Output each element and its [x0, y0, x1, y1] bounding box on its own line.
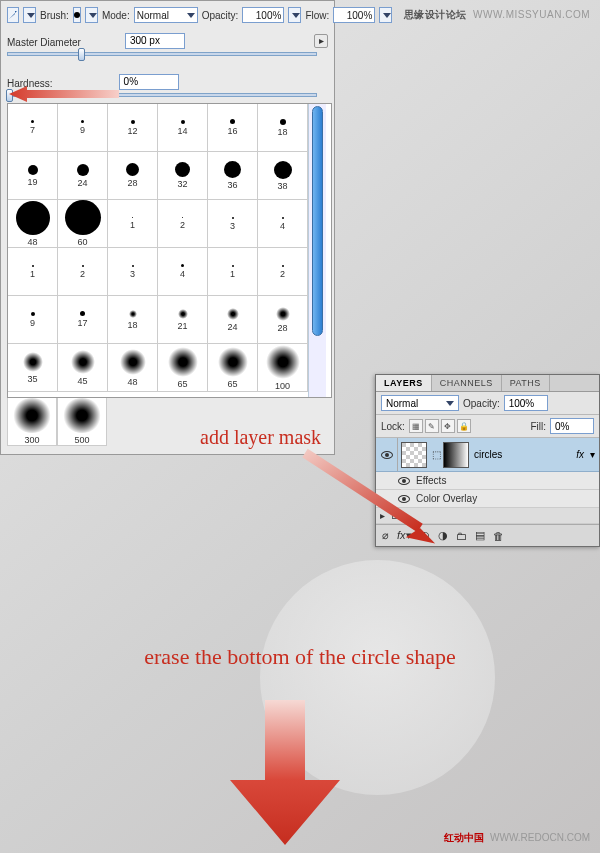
brush-dropdown[interactable]	[85, 7, 98, 23]
brush-thumb-icon[interactable]	[73, 7, 81, 23]
brush-preset-cell[interactable]: 21	[158, 296, 208, 344]
lock-all-icon[interactable]: 🔒	[457, 419, 471, 433]
lock-transparency-icon[interactable]: ▦	[409, 419, 423, 433]
brush-grid-scrollbar[interactable]	[308, 104, 326, 397]
tool-preset-dropdown[interactable]	[23, 7, 36, 23]
lock-pixels-icon[interactable]: ✎	[425, 419, 439, 433]
lock-position-icon[interactable]: ✥	[441, 419, 455, 433]
brush-preset-cell[interactable]: 2	[58, 248, 108, 296]
brush-preset-cell[interactable]: 7	[8, 104, 58, 152]
brush-preset-cell[interactable]: 1	[108, 200, 158, 248]
hard-brush-icon	[132, 265, 134, 267]
diameter-slider-thumb[interactable]	[78, 48, 85, 61]
tab-paths[interactable]: PATHS	[502, 375, 550, 391]
preset-flyout-icon[interactable]: ▸	[314, 34, 328, 48]
brush-preset-cell[interactable]: 24	[208, 296, 258, 344]
brush-preset-cell[interactable]: 32	[158, 152, 208, 200]
flow-label: Flow:	[305, 10, 329, 21]
annotation-arrow-mask	[300, 448, 450, 548]
brush-preset-cell[interactable]: 3	[208, 200, 258, 248]
watermark-top: 思缘设计论坛 WWW.MISSYUAN.COM	[404, 8, 590, 22]
watermark-bottom-cn: 红动中国	[444, 832, 484, 843]
new-group-icon[interactable]: 🗀	[456, 530, 467, 542]
brush-preset-cell[interactable]: 19	[8, 152, 58, 200]
brush-preset-cell[interactable]: 9	[58, 104, 108, 152]
tool-preset-icon[interactable]	[7, 7, 19, 23]
brush-size-label: 4	[280, 221, 285, 231]
brush-size-label: 17	[77, 318, 87, 328]
brush-preset-cell[interactable]: 300	[7, 398, 57, 446]
brush-size-label: 1	[230, 269, 235, 279]
diameter-slider[interactable]	[7, 52, 317, 56]
brush-preset-cell[interactable]: 3	[108, 248, 158, 296]
brush-size-label: 16	[227, 126, 237, 136]
brush-preset-cell[interactable]: 38	[258, 152, 308, 200]
master-diameter-label: Master Diameter	[7, 37, 81, 48]
lock-buttons: ▦ ✎ ✥ 🔒	[409, 419, 471, 433]
brush-preset-cell[interactable]: 4	[158, 248, 208, 296]
flow-flyout[interactable]	[379, 7, 392, 23]
watermark-top-cn: 思缘设计论坛	[404, 9, 467, 20]
tab-layers[interactable]: LAYERS	[376, 375, 432, 391]
brush-size-label: 21	[177, 321, 187, 331]
hardness-field[interactable]: 0%	[119, 74, 179, 90]
brush-size-label: 1	[130, 220, 135, 230]
hard-brush-icon	[175, 162, 190, 177]
flow-field[interactable]: 100%	[333, 7, 375, 23]
brush-preset-cell[interactable]: 24	[58, 152, 108, 200]
brush-preset-cell[interactable]: 1	[8, 248, 58, 296]
fill-field[interactable]: 0%	[550, 418, 594, 434]
brush-preset-cell[interactable]: 28	[258, 296, 308, 344]
brush-preset-cell[interactable]: 12	[108, 104, 158, 152]
svg-marker-2	[230, 700, 340, 845]
brush-preset-cell[interactable]: 35	[8, 344, 58, 392]
brush-preset-cell[interactable]: 2	[258, 248, 308, 296]
layer-opacity-field[interactable]: 100%	[504, 395, 548, 411]
layer-name[interactable]: circles	[474, 449, 502, 460]
brush-preset-cell[interactable]: 28	[108, 152, 158, 200]
hard-brush-icon	[181, 264, 184, 267]
brush-preset-cell[interactable]: 14	[158, 104, 208, 152]
watermark-bottom: 红动中国 WWW.REDOCN.COM	[444, 831, 590, 845]
brush-size-label: 4	[180, 269, 185, 279]
brush-preset-cell[interactable]: 45	[58, 344, 108, 392]
brush-preset-cell[interactable]: 1	[208, 248, 258, 296]
opacity-value: 100%	[256, 10, 282, 21]
fx-expand-icon[interactable]: ▾	[590, 449, 595, 460]
new-layer-icon[interactable]: ▤	[475, 529, 485, 542]
mode-dropdown[interactable]: Normal	[134, 7, 198, 23]
brush-preset-cell[interactable]: 4	[258, 200, 308, 248]
brush-preset-cell[interactable]: 9	[8, 296, 58, 344]
fx-badge[interactable]: fx	[576, 449, 584, 460]
trash-icon[interactable]: 🗑	[493, 530, 504, 542]
brush-preset-cell[interactable]: 48	[108, 344, 158, 392]
brush-preset-cell[interactable]: 500	[57, 398, 107, 446]
brush-size-label: 3	[130, 269, 135, 279]
brush-preset-cell[interactable]: 60	[58, 200, 108, 248]
brush-preset-cell[interactable]: 36	[208, 152, 258, 200]
fill-value: 0%	[555, 421, 569, 432]
blend-mode-dropdown[interactable]: Normal	[381, 395, 459, 411]
blend-mode-value: Normal	[386, 398, 418, 409]
brush-size-label: 2	[80, 269, 85, 279]
brush-preset-cell[interactable]: 18	[258, 104, 308, 152]
tab-channels[interactable]: CHANNELS	[432, 375, 502, 391]
opacity-flyout[interactable]	[288, 7, 301, 23]
scrollbar-thumb[interactable]	[312, 106, 323, 336]
brush-preset-cell[interactable]: 17	[58, 296, 108, 344]
brush-preset-cell[interactable]: 48	[8, 200, 58, 248]
brush-size-label: 9	[30, 318, 35, 328]
hard-brush-icon	[16, 201, 50, 235]
brush-preset-cell[interactable]: 2	[158, 200, 208, 248]
hard-brush-icon	[224, 161, 241, 178]
brush-preset-cell[interactable]: 16	[208, 104, 258, 152]
brush-preset-cell[interactable]: 65	[158, 344, 208, 392]
brush-preset-cell[interactable]: 18	[108, 296, 158, 344]
master-diameter-field[interactable]: 300 px	[125, 33, 185, 49]
opacity-field[interactable]: 100%	[242, 7, 284, 23]
hard-brush-icon	[81, 120, 84, 123]
soft-brush-icon	[62, 398, 102, 433]
brush-preset-cell[interactable]: 65	[208, 344, 258, 392]
brush-preset-cell[interactable]: 100	[258, 344, 308, 392]
hard-brush-icon	[182, 217, 183, 218]
